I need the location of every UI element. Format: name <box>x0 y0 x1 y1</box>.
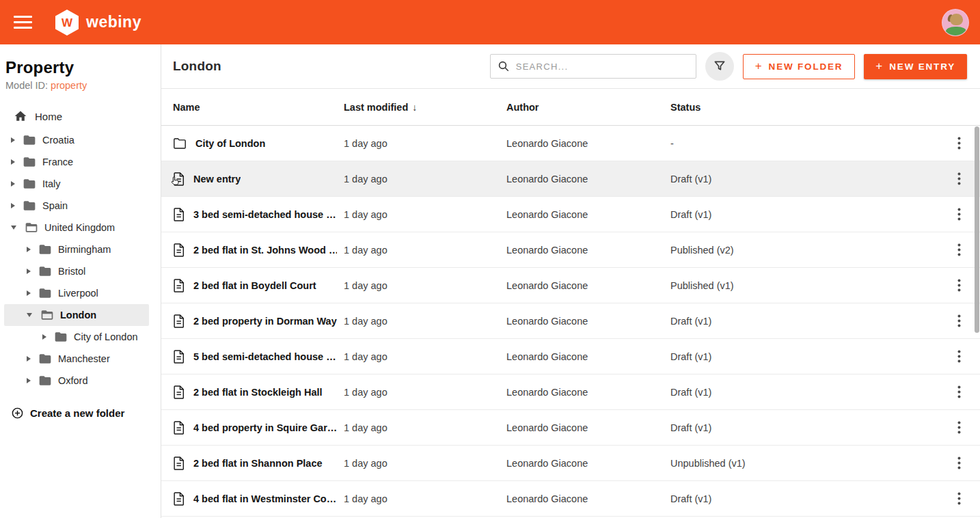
entry-last-modified: 1 day ago <box>344 245 506 256</box>
row-menu-button[interactable] <box>947 132 970 155</box>
user-avatar[interactable] <box>942 9 969 36</box>
kebab-menu-icon <box>957 492 961 505</box>
entry-name: 4 bed property in Squire Gar… <box>193 422 337 433</box>
entry-status: Draft (v1) <box>670 316 947 327</box>
document-icon <box>173 208 185 221</box>
filter-funnel-icon <box>713 59 726 73</box>
caret-right-icon[interactable] <box>11 137 15 143</box>
vertical-scrollbar-thumb[interactable] <box>975 126 979 333</box>
page-title: London <box>173 59 221 74</box>
row-menu-button[interactable] <box>947 452 970 475</box>
home-icon <box>14 109 27 123</box>
webiny-logo[interactable]: W webiny <box>54 9 141 36</box>
entry-last-modified: 1 day ago <box>344 316 506 327</box>
entry-status: Draft (v1) <box>670 351 947 362</box>
folder-tree-item-city-of-london[interactable]: City of London <box>4 326 149 348</box>
folder-label: City of London <box>74 331 138 342</box>
entry-author: Leonardo Giacone <box>506 280 670 291</box>
folder-icon <box>23 155 36 169</box>
row-menu-button[interactable] <box>947 167 970 191</box>
folder-icon <box>23 177 36 191</box>
row-menu-button[interactable] <box>947 238 970 262</box>
entry-name: New entry <box>193 174 241 185</box>
folder-open-icon <box>40 308 54 322</box>
row-menu-button[interactable] <box>947 203 970 226</box>
filter-button[interactable] <box>705 52 734 81</box>
search-input[interactable] <box>516 62 689 72</box>
caret-right-icon[interactable] <box>27 269 31 274</box>
folder-tree-item-bristol[interactable]: Bristol <box>4 260 149 282</box>
folder-label: Italy <box>42 178 61 189</box>
caret-right-icon[interactable] <box>42 334 46 340</box>
caret-right-icon[interactable] <box>27 290 31 296</box>
new-entry-button[interactable]: + NEW ENTRY <box>864 54 967 79</box>
folder-tree-item-liverpool[interactable]: Liverpool <box>4 282 149 304</box>
folder-tree-item-oxford[interactable]: Oxford <box>4 370 149 392</box>
kebab-menu-icon <box>957 279 961 292</box>
folder-icon <box>38 243 52 256</box>
table-row-2-bed-flat-in-boydell-court[interactable]: 2 bed flat in Boydell Court1 day agoLeon… <box>161 268 980 303</box>
caret-right-icon[interactable] <box>27 378 31 383</box>
folder-icon <box>23 133 36 147</box>
folder-label: London <box>60 310 96 321</box>
caret-right-icon[interactable] <box>27 247 31 252</box>
new-folder-button[interactable]: + NEW FOLDER <box>743 54 856 79</box>
column-header-last-modified[interactable]: Last modified↓ <box>344 102 506 113</box>
folder-icon <box>54 330 68 344</box>
folder-label: France <box>42 156 73 167</box>
kebab-menu-icon <box>957 208 961 221</box>
table-row-4-bed-flat-in-westminster-co[interactable]: 4 bed flat in Westminster Co…1 day agoLe… <box>161 481 980 517</box>
row-menu-button[interactable] <box>947 345 970 368</box>
caret-right-icon[interactable] <box>27 356 31 362</box>
svg-text:W: W <box>62 16 73 29</box>
row-menu-button[interactable] <box>947 487 970 510</box>
entry-status: Unpublished (v1) <box>670 458 947 469</box>
table-row-2-bed-property-in-dorman-way[interactable]: 2 bed property in Dorman Way1 day agoLeo… <box>161 303 980 339</box>
kebab-menu-icon <box>957 421 961 434</box>
caret-down-icon[interactable] <box>11 226 16 230</box>
table-row-city-of-london[interactable]: City of London1 day agoLeonardo Giacone- <box>161 126 980 161</box>
folder-tree-item-france[interactable]: France <box>4 151 149 173</box>
folder-icon <box>38 352 52 366</box>
content-area: London <box>161 44 980 518</box>
table-row-5-bed-semi-detached-house[interactable]: 5 bed semi-detached house …1 day agoLeon… <box>161 339 980 374</box>
entry-status: Draft (v1) <box>670 493 947 504</box>
folder-tree-item-croatia[interactable]: Croatia <box>4 129 149 151</box>
document-icon <box>173 172 185 186</box>
folder-tree-item-italy[interactable]: Italy <box>4 173 149 195</box>
kebab-menu-icon <box>957 172 961 185</box>
kebab-menu-icon <box>957 350 961 363</box>
entry-author: Leonardo Giacone <box>506 422 670 433</box>
caret-down-icon[interactable] <box>27 313 32 317</box>
table-row-4-bed-property-in-squire-gar[interactable]: 4 bed property in Squire Gar…1 day agoLe… <box>161 410 980 446</box>
folder-icon <box>23 199 36 213</box>
folder-icon <box>38 264 52 278</box>
document-icon <box>173 421 185 435</box>
folder-label: Birmingham <box>58 244 111 255</box>
table-row-2-bed-flat-in-st-johns-wood[interactable]: 2 bed flat in St. Johns Wood …1 day agoL… <box>161 232 980 268</box>
row-menu-button[interactable] <box>947 416 970 439</box>
folder-tree-item-united-kingdom[interactable]: United Kingdom <box>4 217 149 238</box>
folder-tree-item-spain[interactable]: Spain <box>4 195 149 217</box>
document-icon <box>173 314 185 328</box>
caret-right-icon[interactable] <box>11 203 15 208</box>
row-menu-button[interactable] <box>947 381 970 404</box>
hamburger-menu-icon[interactable] <box>14 16 32 29</box>
caret-right-icon[interactable] <box>11 159 15 165</box>
table-row-new-entry[interactable]: New entry1 day agoLeonardo GiaconeDraft … <box>161 161 980 197</box>
row-menu-button[interactable] <box>947 274 970 297</box>
document-icon <box>173 385 185 399</box>
table-row-2-bed-flat-in-stockleigh-hall[interactable]: 2 bed flat in Stockleigh Hall1 day agoLe… <box>161 374 980 410</box>
folder-tree-item-birmingham[interactable]: Birmingham <box>4 238 149 260</box>
table-row-2-bed-flat-in-shannon-place[interactable]: 2 bed flat in Shannon Place1 day agoLeon… <box>161 446 980 481</box>
create-folder-button[interactable]: Create a new folder <box>4 401 149 424</box>
folder-tree: CroatiaFranceItalySpainUnited KingdomBir… <box>0 129 161 392</box>
table-row-3-bed-semi-detached-house[interactable]: 3 bed semi-detached house …1 day agoLeon… <box>161 197 980 232</box>
row-menu-button[interactable] <box>947 310 970 333</box>
brand-wordmark: webiny <box>86 13 141 31</box>
sidebar-item-home[interactable]: Home <box>4 105 149 128</box>
folder-tree-item-london[interactable]: London <box>4 304 149 326</box>
folder-label: Croatia <box>42 135 74 146</box>
caret-right-icon[interactable] <box>11 181 15 187</box>
folder-tree-item-manchester[interactable]: Manchester <box>4 348 149 370</box>
